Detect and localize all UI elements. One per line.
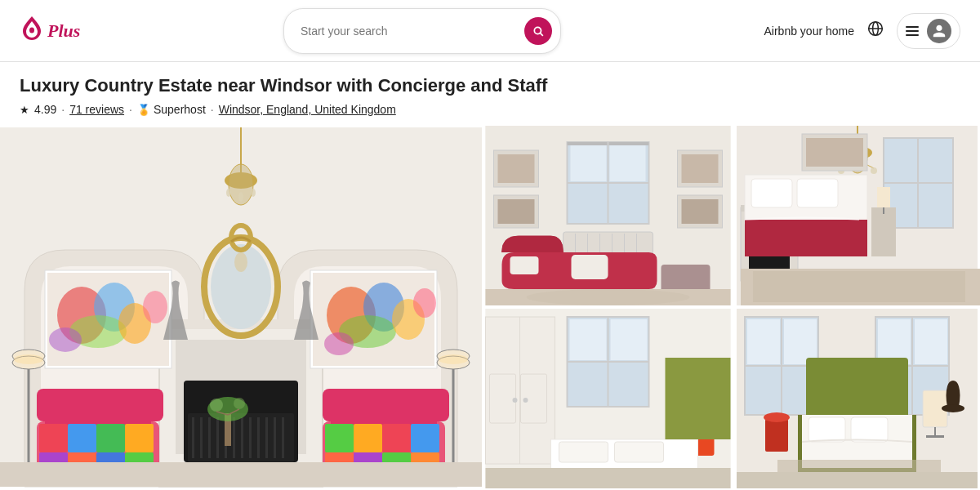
- svg-rect-141: [877, 187, 890, 207]
- svg-rect-98: [571, 145, 607, 181]
- svg-rect-132: [745, 220, 867, 256]
- svg-rect-178: [878, 319, 911, 364]
- svg-rect-20: [257, 417, 260, 458]
- photo-bedroom-white[interactable]: [485, 309, 731, 488]
- header: Plus Airbnb your home: [0, 0, 980, 62]
- listing-header: Luxury Country Estate near Windsor with …: [0, 62, 980, 126]
- svg-rect-152: [570, 319, 607, 360]
- search-button[interactable]: [524, 17, 552, 45]
- svg-rect-13: [200, 417, 203, 458]
- svg-point-50: [413, 288, 436, 318]
- photo-main[interactable]: [0, 126, 482, 488]
- svg-rect-146: [806, 138, 863, 167]
- svg-rect-174: [784, 319, 817, 364]
- header-right: Airbnb your home: [764, 13, 960, 49]
- svg-rect-131: [797, 179, 838, 207]
- svg-point-1: [534, 27, 541, 33]
- svg-rect-179: [915, 319, 947, 364]
- svg-rect-166: [666, 358, 731, 439]
- svg-point-159: [523, 398, 528, 403]
- svg-rect-140: [871, 207, 896, 256]
- reviews-count[interactable]: 71 reviews: [69, 103, 124, 116]
- search-bar: [283, 8, 561, 54]
- svg-point-42: [143, 291, 167, 323]
- hamburger-icon: [906, 26, 919, 36]
- logo[interactable]: Plus: [20, 16, 80, 46]
- logo-plus-label: Plus: [47, 20, 80, 42]
- listing-title: Luxury Country Estate near Windsor with …: [20, 75, 960, 96]
- svg-point-28: [234, 252, 247, 272]
- star-icon: ★: [20, 104, 29, 116]
- rating: 4.99: [34, 103, 56, 116]
- svg-point-0: [29, 28, 34, 33]
- listing-meta: ★ 4.99 · 71 reviews · 🏅 Superhost · Wind…: [20, 103, 960, 116]
- svg-rect-130: [751, 179, 792, 207]
- svg-rect-187: [926, 435, 944, 438]
- svg-rect-164: [559, 442, 608, 462]
- svg-rect-54: [68, 424, 96, 452]
- svg-rect-113: [498, 199, 535, 224]
- svg-rect-17: [233, 417, 235, 458]
- svg-point-34: [238, 192, 243, 202]
- svg-rect-69: [411, 424, 439, 452]
- svg-rect-183: [808, 417, 845, 442]
- svg-rect-109: [662, 265, 710, 293]
- svg-rect-188: [765, 419, 788, 452]
- svg-point-190: [942, 404, 964, 412]
- photo-bedroom-green[interactable]: [734, 309, 980, 488]
- svg-line-2: [541, 33, 543, 35]
- svg-rect-12: [192, 417, 194, 458]
- photo-grid: [0, 126, 980, 488]
- svg-rect-173: [747, 319, 780, 364]
- search-input[interactable]: [301, 24, 524, 38]
- svg-rect-15: [216, 417, 219, 458]
- photo-bedroom-light[interactable]: [485, 126, 731, 305]
- svg-point-33: [251, 189, 256, 197]
- svg-point-32: [226, 189, 231, 197]
- airbnb-logo-icon: [20, 16, 44, 46]
- svg-rect-108: [510, 256, 539, 274]
- svg-rect-18: [241, 417, 243, 458]
- svg-rect-21: [265, 417, 268, 458]
- globe-icon[interactable]: [867, 20, 884, 41]
- svg-point-158: [513, 398, 518, 403]
- svg-rect-22: [274, 417, 276, 458]
- svg-rect-68: [382, 424, 411, 452]
- location-link[interactable]: Windsor, England, United Kingdom: [219, 103, 396, 116]
- svg-rect-76: [323, 389, 449, 421]
- svg-rect-56: [125, 424, 154, 452]
- svg-rect-99: [610, 145, 646, 181]
- svg-rect-19: [249, 417, 252, 458]
- svg-rect-153: [611, 319, 648, 360]
- svg-point-88: [234, 398, 245, 409]
- svg-point-49: [324, 332, 354, 355]
- svg-rect-66: [325, 424, 354, 452]
- svg-rect-165: [615, 442, 664, 462]
- svg-rect-180: [806, 358, 908, 423]
- svg-rect-14: [208, 417, 211, 458]
- svg-rect-23: [282, 417, 284, 458]
- superhost-label: Superhost: [154, 103, 206, 116]
- svg-rect-192: [777, 460, 941, 472]
- svg-point-87: [210, 399, 223, 412]
- superhost-icon: 🏅: [137, 104, 150, 116]
- superhost-badge: 🏅 Superhost: [137, 103, 206, 116]
- svg-point-119: [527, 289, 690, 305]
- photo-bedroom-red[interactable]: [734, 126, 980, 305]
- svg-rect-67: [354, 424, 382, 452]
- svg-rect-107: [572, 255, 608, 279]
- svg-rect-91: [0, 462, 482, 487]
- svg-rect-111: [498, 154, 535, 183]
- svg-point-139: [871, 167, 877, 174]
- menu-avatar[interactable]: [897, 13, 960, 49]
- svg-rect-115: [682, 154, 719, 183]
- listing-info: Luxury Country Estate near Windsor with …: [0, 62, 980, 126]
- svg-point-189: [764, 412, 790, 422]
- svg-rect-191: [737, 472, 978, 488]
- airbnb-home-link[interactable]: Airbnb your home: [764, 24, 854, 38]
- svg-rect-117: [682, 199, 719, 224]
- svg-point-84: [439, 354, 468, 364]
- svg-rect-184: [851, 417, 888, 442]
- svg-rect-55: [96, 424, 125, 452]
- svg-point-80: [14, 354, 43, 364]
